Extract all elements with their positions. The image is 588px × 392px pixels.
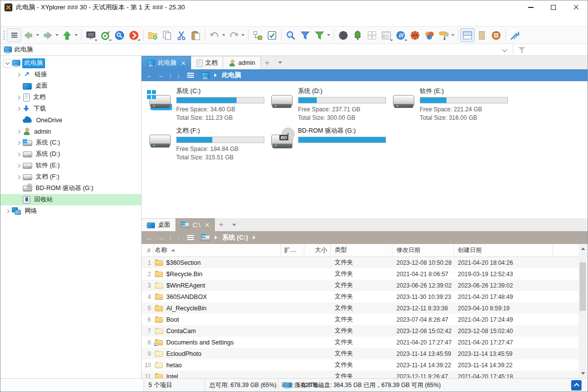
menu-item[interactable] <box>38 19 47 21</box>
column-header-index[interactable]: # <box>142 244 153 256</box>
nav-forward-icon[interactable] <box>157 235 164 241</box>
tab-list-dropdown-icon[interactable] <box>228 218 241 231</box>
breadcrumb-menu-icon[interactable] <box>187 73 194 78</box>
expander-icon[interactable] <box>14 116 23 125</box>
drive-tile[interactable]: 系统 (D:) Free Space: 237.71 GB Total Size… <box>270 86 392 126</box>
drive-name[interactable]: 文档 (F:) <box>176 127 264 135</box>
ball-button[interactable] <box>408 28 422 42</box>
back-dropdown-icon[interactable] <box>36 34 39 36</box>
copy-button[interactable] <box>160 28 174 42</box>
tools-button[interactable] <box>508 28 522 42</box>
tree-item[interactable]: BD-ROM 驱动器 (G:) <box>0 183 141 194</box>
file-name-cell[interactable]: $Recycle.Bin <box>153 271 281 278</box>
file-name-cell[interactable]: 360SANDBOX <box>153 294 281 300</box>
file-name-cell[interactable]: AI_RecycleBin <box>153 305 281 312</box>
redo-button[interactable] <box>227 28 241 42</box>
tree-item[interactable]: admin <box>0 126 141 137</box>
nav-back-icon[interactable] <box>146 72 152 79</box>
drive-tile[interactable]: 系统 (C:) Free Space: 34.60 GB Total Size:… <box>148 86 270 126</box>
tree-item[interactable]: 文档 <box>0 92 141 103</box>
breadcrumb-location-icon[interactable] <box>201 235 210 241</box>
filter-green-button[interactable] <box>312 28 327 42</box>
details-view-button[interactable] <box>379 28 393 42</box>
file-name-cell[interactable]: $360Section <box>153 259 281 266</box>
scroll-up-icon[interactable] <box>579 244 587 253</box>
expander-icon[interactable] <box>3 59 12 68</box>
tree-item[interactable]: 网络 <box>0 205 141 217</box>
table-row[interactable]: 11 Intel 文件夹 2023-12-11 9:26:47 2021-04-… <box>142 371 579 378</box>
nav-up-icon[interactable] <box>169 235 172 241</box>
expander-icon[interactable] <box>14 82 23 91</box>
moon-toggle-button[interactable] <box>336 28 350 42</box>
drive-tile[interactable]: BD-ROM 驱动器 (G:) <box>270 126 392 165</box>
nav-back-icon[interactable] <box>146 235 152 241</box>
menu-item[interactable] <box>11 19 20 21</box>
up-button[interactable] <box>60 28 74 42</box>
file-name-cell[interactable]: ContaCam <box>153 328 281 335</box>
expander-icon[interactable] <box>14 196 23 204</box>
up-dropdown-icon[interactable] <box>75 34 78 36</box>
expander-icon[interactable] <box>14 70 23 79</box>
table-row[interactable]: 2 $Recycle.Bin 文件夹 2021-04-21 8:06:57 20… <box>142 268 579 280</box>
breadcrumb-separator-icon[interactable] <box>215 236 217 240</box>
tree-item[interactable]: 回收站 <box>0 194 141 205</box>
table-row[interactable]: 4 360SANDBOX 文件夹 2023-11-30 10:39:23 202… <box>142 291 579 302</box>
forward-dropdown-icon[interactable] <box>55 34 58 36</box>
tab-close-icon[interactable] <box>181 61 186 65</box>
table-row[interactable]: 5 AI_RecycleBin 文件夹 2023-12-11 8:33:38 2… <box>142 302 579 314</box>
pane-tab[interactable]: 桌面 <box>142 218 176 231</box>
filter-dropdown-icon[interactable] <box>327 34 330 36</box>
file-name-cell[interactable]: Documents and Settings <box>153 339 281 346</box>
checkbox-mode-button[interactable] <box>265 28 279 42</box>
expander-icon[interactable] <box>14 184 23 193</box>
menu-item[interactable] <box>56 19 65 21</box>
tree-item[interactable]: 系统 (D:) <box>0 148 141 160</box>
minimize-button[interactable] <box>519 0 542 14</box>
address-dropdown-icon[interactable] <box>502 46 507 51</box>
panel-button[interactable] <box>475 28 489 42</box>
go-button[interactable] <box>127 28 141 42</box>
expander-icon[interactable] <box>14 93 23 102</box>
menu-item[interactable] <box>65 19 74 21</box>
expander-icon[interactable] <box>14 173 23 182</box>
paint-dropdown-icon[interactable] <box>451 34 454 36</box>
pane-tab[interactable]: 文档 <box>191 56 223 69</box>
table-row[interactable]: 9 EcloudPhoto 文件夹 2023-11-14 13:45:59 20… <box>142 348 579 359</box>
menu-item[interactable] <box>109 19 118 21</box>
new-tab-button[interactable] <box>215 218 228 231</box>
colors-button[interactable] <box>422 28 437 42</box>
status-panel-toggle-button[interactable] <box>571 380 582 391</box>
expander-icon[interactable] <box>14 127 23 136</box>
drive-tile[interactable]: 文档 (F:) Free Space: 184.84 GB Total Size… <box>148 126 270 165</box>
breadcrumb-separator-icon[interactable] <box>253 236 255 240</box>
toolbar-grip[interactable] <box>2 29 6 41</box>
column-header-created[interactable]: 创建日期 <box>454 244 553 256</box>
split-horizontal-button[interactable] <box>460 28 475 42</box>
pane-tab[interactable]: 此电脑 <box>142 56 191 69</box>
file-name-cell[interactable]: EcloudPhoto <box>153 350 281 357</box>
menu-item[interactable] <box>92 19 100 21</box>
drive-tile[interactable]: 软件 (E:) Free Space: 221.24 GB Total Size… <box>392 86 513 126</box>
column-header-ext[interactable]: 扩… <box>281 244 304 256</box>
tree-item[interactable]: 桌面 <box>0 80 141 92</box>
circle-square-button[interactable] <box>489 28 503 42</box>
address-filter-icon[interactable] <box>518 47 525 53</box>
tree-item[interactable]: 系统 (C:) <box>0 137 141 148</box>
menu-item[interactable] <box>2 19 11 21</box>
tree-connector-button[interactable] <box>250 28 265 42</box>
file-name-cell[interactable]: $WinREAgent <box>153 282 281 289</box>
drive-name[interactable]: 系统 (D:) <box>298 87 386 96</box>
expander-icon[interactable] <box>14 139 23 147</box>
menu-item[interactable] <box>29 19 38 21</box>
breadcrumb-location[interactable]: 此电脑 <box>222 71 241 80</box>
file-name-cell[interactable]: hetao <box>153 362 281 369</box>
tree-item[interactable]: 软件 (E:) <box>0 160 141 171</box>
grid-view-button[interactable] <box>365 28 379 42</box>
drive-name[interactable]: 系统 (C:) <box>176 87 264 96</box>
nav-up-icon[interactable] <box>169 72 172 79</box>
tree-item[interactable]: 下载 <box>0 103 141 114</box>
undo-button[interactable] <box>207 28 222 42</box>
column-header-name[interactable]: 名称 <box>153 244 281 256</box>
table-row[interactable]: 7 ContaCam 文件夹 2023-12-08 15:02:42 2023-… <box>142 325 579 337</box>
tree-item[interactable]: OneDrive <box>0 114 141 126</box>
